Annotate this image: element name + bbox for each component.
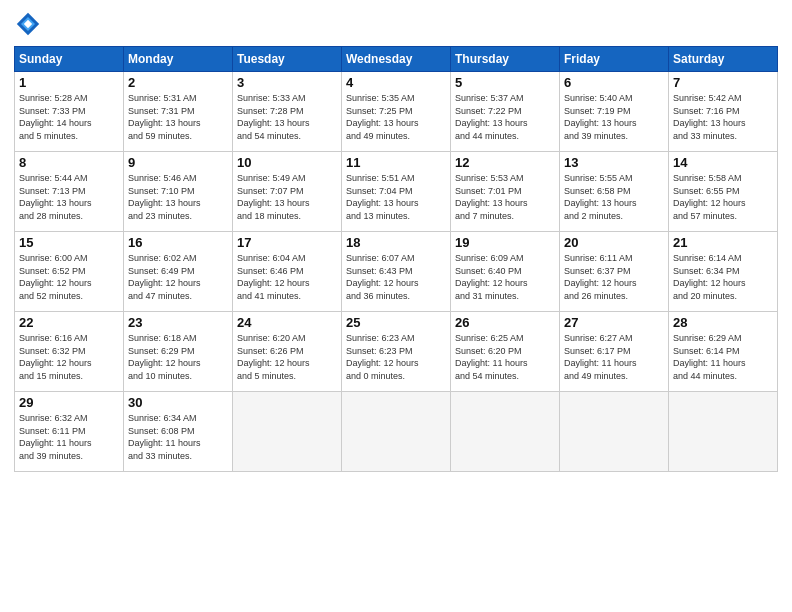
day-number: 29 — [19, 395, 119, 410]
day-number: 26 — [455, 315, 555, 330]
calendar-cell: 24Sunrise: 6:20 AM Sunset: 6:26 PM Dayli… — [233, 312, 342, 392]
day-info: Sunrise: 6:00 AM Sunset: 6:52 PM Dayligh… — [19, 252, 119, 302]
logo — [14, 10, 46, 38]
day-info: Sunrise: 5:55 AM Sunset: 6:58 PM Dayligh… — [564, 172, 664, 222]
calendar-cell: 13Sunrise: 5:55 AM Sunset: 6:58 PM Dayli… — [560, 152, 669, 232]
day-number: 1 — [19, 75, 119, 90]
calendar-cell: 21Sunrise: 6:14 AM Sunset: 6:34 PM Dayli… — [669, 232, 778, 312]
day-number: 13 — [564, 155, 664, 170]
calendar-cell — [233, 392, 342, 472]
calendar-cell: 17Sunrise: 6:04 AM Sunset: 6:46 PM Dayli… — [233, 232, 342, 312]
day-number: 4 — [346, 75, 446, 90]
calendar-cell: 27Sunrise: 6:27 AM Sunset: 6:17 PM Dayli… — [560, 312, 669, 392]
calendar-cell: 10Sunrise: 5:49 AM Sunset: 7:07 PM Dayli… — [233, 152, 342, 232]
calendar-week-row: 29Sunrise: 6:32 AM Sunset: 6:11 PM Dayli… — [15, 392, 778, 472]
calendar-cell: 1Sunrise: 5:28 AM Sunset: 7:33 PM Daylig… — [15, 72, 124, 152]
calendar-cell: 18Sunrise: 6:07 AM Sunset: 6:43 PM Dayli… — [342, 232, 451, 312]
day-info: Sunrise: 5:46 AM Sunset: 7:10 PM Dayligh… — [128, 172, 228, 222]
weekday-header-wednesday: Wednesday — [342, 47, 451, 72]
calendar-cell: 8Sunrise: 5:44 AM Sunset: 7:13 PM Daylig… — [15, 152, 124, 232]
day-info: Sunrise: 5:33 AM Sunset: 7:28 PM Dayligh… — [237, 92, 337, 142]
calendar-table: SundayMondayTuesdayWednesdayThursdayFrid… — [14, 46, 778, 472]
day-info: Sunrise: 6:02 AM Sunset: 6:49 PM Dayligh… — [128, 252, 228, 302]
day-info: Sunrise: 5:44 AM Sunset: 7:13 PM Dayligh… — [19, 172, 119, 222]
weekday-header-thursday: Thursday — [451, 47, 560, 72]
day-number: 14 — [673, 155, 773, 170]
calendar-cell: 4Sunrise: 5:35 AM Sunset: 7:25 PM Daylig… — [342, 72, 451, 152]
day-number: 22 — [19, 315, 119, 330]
day-info: Sunrise: 5:35 AM Sunset: 7:25 PM Dayligh… — [346, 92, 446, 142]
day-number: 21 — [673, 235, 773, 250]
day-info: Sunrise: 6:20 AM Sunset: 6:26 PM Dayligh… — [237, 332, 337, 382]
calendar-cell: 9Sunrise: 5:46 AM Sunset: 7:10 PM Daylig… — [124, 152, 233, 232]
day-info: Sunrise: 6:34 AM Sunset: 6:08 PM Dayligh… — [128, 412, 228, 462]
page-header — [14, 10, 778, 38]
day-info: Sunrise: 5:28 AM Sunset: 7:33 PM Dayligh… — [19, 92, 119, 142]
day-number: 24 — [237, 315, 337, 330]
calendar-cell: 12Sunrise: 5:53 AM Sunset: 7:01 PM Dayli… — [451, 152, 560, 232]
day-number: 18 — [346, 235, 446, 250]
calendar-week-row: 8Sunrise: 5:44 AM Sunset: 7:13 PM Daylig… — [15, 152, 778, 232]
day-info: Sunrise: 6:16 AM Sunset: 6:32 PM Dayligh… — [19, 332, 119, 382]
day-info: Sunrise: 6:04 AM Sunset: 6:46 PM Dayligh… — [237, 252, 337, 302]
day-info: Sunrise: 6:23 AM Sunset: 6:23 PM Dayligh… — [346, 332, 446, 382]
day-number: 16 — [128, 235, 228, 250]
day-number: 15 — [19, 235, 119, 250]
weekday-header-tuesday: Tuesday — [233, 47, 342, 72]
calendar-cell: 19Sunrise: 6:09 AM Sunset: 6:40 PM Dayli… — [451, 232, 560, 312]
day-number: 2 — [128, 75, 228, 90]
calendar-cell: 2Sunrise: 5:31 AM Sunset: 7:31 PM Daylig… — [124, 72, 233, 152]
day-number: 5 — [455, 75, 555, 90]
day-info: Sunrise: 6:09 AM Sunset: 6:40 PM Dayligh… — [455, 252, 555, 302]
day-number: 9 — [128, 155, 228, 170]
day-number: 23 — [128, 315, 228, 330]
day-number: 7 — [673, 75, 773, 90]
calendar-cell: 23Sunrise: 6:18 AM Sunset: 6:29 PM Dayli… — [124, 312, 233, 392]
calendar-cell — [560, 392, 669, 472]
day-number: 28 — [673, 315, 773, 330]
calendar-week-row: 1Sunrise: 5:28 AM Sunset: 7:33 PM Daylig… — [15, 72, 778, 152]
day-info: Sunrise: 5:53 AM Sunset: 7:01 PM Dayligh… — [455, 172, 555, 222]
calendar-cell: 29Sunrise: 6:32 AM Sunset: 6:11 PM Dayli… — [15, 392, 124, 472]
calendar-cell — [342, 392, 451, 472]
calendar-week-row: 22Sunrise: 6:16 AM Sunset: 6:32 PM Dayli… — [15, 312, 778, 392]
page-container: SundayMondayTuesdayWednesdayThursdayFrid… — [0, 0, 792, 482]
day-info: Sunrise: 5:51 AM Sunset: 7:04 PM Dayligh… — [346, 172, 446, 222]
day-number: 3 — [237, 75, 337, 90]
weekday-header-sunday: Sunday — [15, 47, 124, 72]
weekday-header-friday: Friday — [560, 47, 669, 72]
day-info: Sunrise: 5:42 AM Sunset: 7:16 PM Dayligh… — [673, 92, 773, 142]
day-info: Sunrise: 5:49 AM Sunset: 7:07 PM Dayligh… — [237, 172, 337, 222]
day-info: Sunrise: 5:58 AM Sunset: 6:55 PM Dayligh… — [673, 172, 773, 222]
day-number: 10 — [237, 155, 337, 170]
calendar-cell: 11Sunrise: 5:51 AM Sunset: 7:04 PM Dayli… — [342, 152, 451, 232]
calendar-cell — [669, 392, 778, 472]
day-info: Sunrise: 6:27 AM Sunset: 6:17 PM Dayligh… — [564, 332, 664, 382]
day-number: 12 — [455, 155, 555, 170]
calendar-cell: 22Sunrise: 6:16 AM Sunset: 6:32 PM Dayli… — [15, 312, 124, 392]
calendar-cell: 14Sunrise: 5:58 AM Sunset: 6:55 PM Dayli… — [669, 152, 778, 232]
logo-icon — [14, 10, 42, 38]
day-info: Sunrise: 6:32 AM Sunset: 6:11 PM Dayligh… — [19, 412, 119, 462]
day-info: Sunrise: 5:40 AM Sunset: 7:19 PM Dayligh… — [564, 92, 664, 142]
calendar-cell: 5Sunrise: 5:37 AM Sunset: 7:22 PM Daylig… — [451, 72, 560, 152]
calendar-week-row: 15Sunrise: 6:00 AM Sunset: 6:52 PM Dayli… — [15, 232, 778, 312]
day-info: Sunrise: 6:25 AM Sunset: 6:20 PM Dayligh… — [455, 332, 555, 382]
weekday-header-row: SundayMondayTuesdayWednesdayThursdayFrid… — [15, 47, 778, 72]
day-number: 20 — [564, 235, 664, 250]
weekday-header-monday: Monday — [124, 47, 233, 72]
day-number: 8 — [19, 155, 119, 170]
day-info: Sunrise: 6:07 AM Sunset: 6:43 PM Dayligh… — [346, 252, 446, 302]
day-number: 11 — [346, 155, 446, 170]
calendar-cell: 30Sunrise: 6:34 AM Sunset: 6:08 PM Dayli… — [124, 392, 233, 472]
calendar-cell: 7Sunrise: 5:42 AM Sunset: 7:16 PM Daylig… — [669, 72, 778, 152]
calendar-cell: 3Sunrise: 5:33 AM Sunset: 7:28 PM Daylig… — [233, 72, 342, 152]
day-info: Sunrise: 6:14 AM Sunset: 6:34 PM Dayligh… — [673, 252, 773, 302]
day-info: Sunrise: 6:29 AM Sunset: 6:14 PM Dayligh… — [673, 332, 773, 382]
day-number: 30 — [128, 395, 228, 410]
day-number: 6 — [564, 75, 664, 90]
calendar-cell: 28Sunrise: 6:29 AM Sunset: 6:14 PM Dayli… — [669, 312, 778, 392]
calendar-cell: 25Sunrise: 6:23 AM Sunset: 6:23 PM Dayli… — [342, 312, 451, 392]
weekday-header-saturday: Saturday — [669, 47, 778, 72]
day-info: Sunrise: 6:18 AM Sunset: 6:29 PM Dayligh… — [128, 332, 228, 382]
